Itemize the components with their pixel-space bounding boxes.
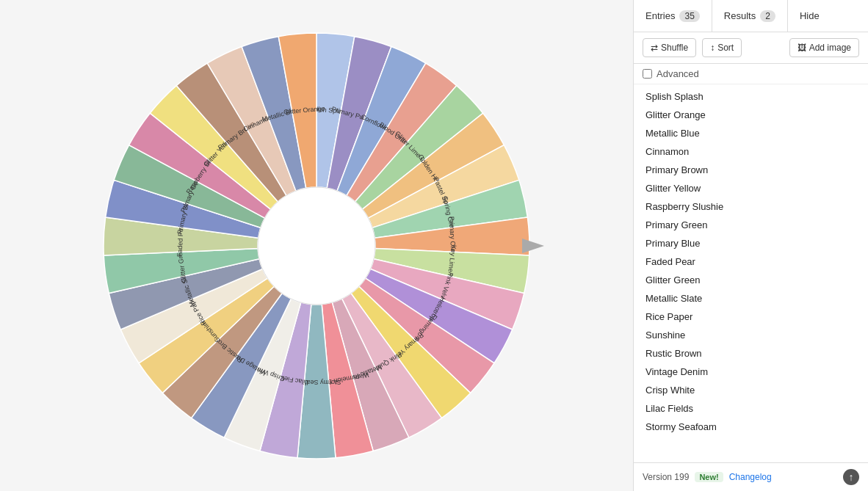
pointer-arrow	[522, 235, 544, 257]
svg-point-35	[258, 187, 375, 305]
list-item[interactable]: Crisp White	[634, 381, 868, 399]
right-panel: Entries 35 Results 2 Hide ⇄ Shuffle ↕ So…	[633, 0, 868, 491]
changelog-link[interactable]: Changelog	[729, 472, 772, 482]
list-item[interactable]: Sunshine	[634, 326, 868, 344]
shuffle-button[interactable]: ⇄ Shuffle	[643, 38, 696, 57]
entries-count: 35	[679, 10, 699, 22]
entry-list: Splish SplashGlitter OrangeMetallic Blue…	[634, 84, 868, 462]
entries-section: Entries 35	[634, 0, 712, 32]
add-image-button[interactable]: 🖼 Add image	[789, 38, 859, 57]
add-image-label: Add image	[809, 43, 851, 53]
list-item[interactable]: Glitter Orange	[634, 106, 868, 124]
hide-label: Hide	[800, 10, 820, 21]
results-label: Results	[724, 10, 756, 21]
shuffle-label: Shuffle	[661, 43, 688, 53]
advanced-checkbox[interactable]	[643, 69, 652, 79]
version-up-button[interactable]: ↑	[843, 469, 859, 485]
list-item[interactable]: Metallic Blue	[634, 124, 868, 142]
list-item[interactable]: Cinnamon	[634, 142, 868, 161]
shuffle-icon: ⇄	[651, 43, 658, 53]
wheel-panel: Splish SplashPrimary PurpleCornflowerBlo…	[0, 0, 633, 491]
svg-marker-36	[522, 239, 544, 253]
list-item[interactable]: Glitter Yellow	[634, 179, 868, 197]
advanced-row: Advanced	[634, 64, 868, 84]
list-item[interactable]: Splish Splash	[634, 87, 868, 106]
list-item[interactable]: Primary Brown	[634, 161, 868, 179]
sort-label: Sort	[717, 43, 734, 53]
version-new-badge: New!	[695, 472, 723, 482]
version-label: Version 199	[643, 472, 689, 482]
image-icon: 🖼	[798, 43, 806, 53]
top-bar: Entries 35 Results 2 Hide	[634, 0, 868, 32]
advanced-label[interactable]: Advanced	[657, 68, 699, 79]
entries-label: Entries	[645, 10, 675, 21]
list-item[interactable]: Primary Blue	[634, 234, 868, 252]
list-item[interactable]: Stormy Seafoam	[634, 418, 868, 436]
hide-button[interactable]: Hide	[788, 0, 831, 32]
results-count: 2	[760, 10, 775, 22]
list-item[interactable]: Raspberry Slushie	[634, 197, 868, 216]
list-item[interactable]: Rustic Brown	[634, 344, 868, 363]
toolbar: ⇄ Shuffle ↕ Sort 🖼 Add image	[634, 32, 868, 64]
results-section: Results 2	[712, 0, 788, 32]
list-item[interactable]: Faded Pear	[634, 252, 868, 271]
list-item[interactable]: Glitter Green	[634, 271, 868, 289]
list-item[interactable]: Metallic Slate	[634, 289, 868, 308]
list-item[interactable]: Primary Green	[634, 216, 868, 234]
wheel-container: Splish SplashPrimary PurpleCornflowerBlo…	[96, 26, 537, 466]
wheel-svg[interactable]: Splish SplashPrimary PurpleCornflowerBlo…	[96, 26, 537, 466]
version-bar: Version 199 New! Changelog ↑	[634, 462, 868, 491]
list-item[interactable]: Vintage Denim	[634, 363, 868, 381]
sort-icon: ↕	[710, 43, 715, 53]
list-item[interactable]: Lilac Fields	[634, 399, 868, 418]
sort-button[interactable]: ↕ Sort	[702, 38, 742, 57]
list-item[interactable]: Rice Paper	[634, 308, 868, 326]
